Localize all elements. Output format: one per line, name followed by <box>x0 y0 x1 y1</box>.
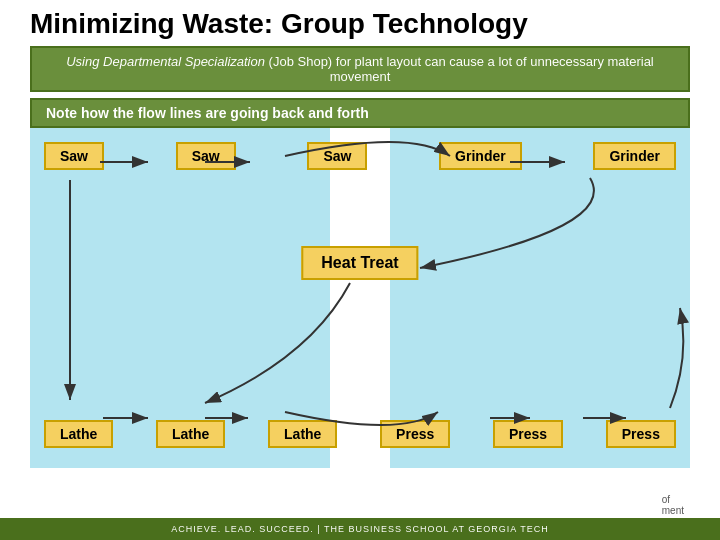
subtitle-box: Using Departmental Specialization (Job S… <box>30 46 690 92</box>
station-press1: Press <box>380 420 450 448</box>
station-lathe2: Lathe <box>156 420 225 448</box>
note-box: Note how the flow lines are going back a… <box>30 98 690 128</box>
top-stations-row: Saw Saw Saw Grinder Grinder <box>30 142 690 170</box>
subtitle-prefix: Using <box>66 54 103 69</box>
station-saw1: Saw <box>44 142 104 170</box>
station-lathe1: Lathe <box>44 420 113 448</box>
subtitle-normal: (Job Shop) for plant layout can cause a … <box>269 54 654 84</box>
white-stripe <box>330 128 390 468</box>
station-lathe3: Lathe <box>268 420 337 448</box>
station-heat-treat: Heat Treat <box>301 246 418 280</box>
page-title: Minimizing Waste: Group Technology <box>30 8 690 40</box>
station-press3: Press <box>606 420 676 448</box>
title-area: Minimizing Waste: Group Technology <box>0 0 720 44</box>
footer-bar: ACHIEVE. LEAD. SUCCEED. | THE BUSINESS S… <box>0 518 720 540</box>
subtitle-italic: Departmental Specialization <box>103 54 265 69</box>
station-grinder1: Grinder <box>439 142 522 170</box>
station-grinder2: Grinder <box>593 142 676 170</box>
station-saw3: Saw <box>307 142 367 170</box>
page-note: ofment <box>662 494 684 516</box>
footer-text: ACHIEVE. LEAD. SUCCEED. | THE BUSINESS S… <box>171 524 548 534</box>
station-saw2: Saw <box>176 142 236 170</box>
station-press2: Press <box>493 420 563 448</box>
page-wrapper: Minimizing Waste: Group Technology Using… <box>0 0 720 540</box>
content-area: Saw Saw Saw Grinder Grinder Heat Treat L… <box>30 128 690 468</box>
bottom-stations-row: Lathe Lathe Lathe Press Press Press <box>30 420 690 448</box>
